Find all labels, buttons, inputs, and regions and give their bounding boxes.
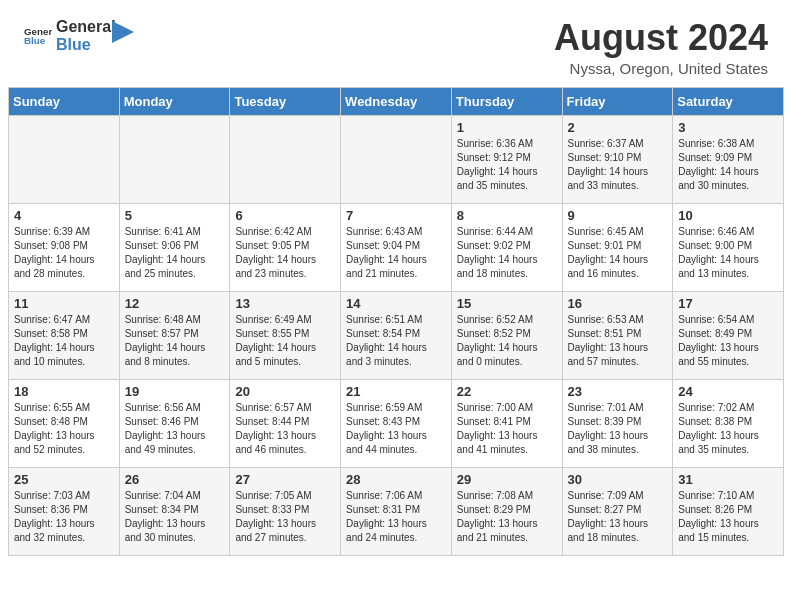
day-number: 12 — [125, 296, 225, 311]
day-info: Sunrise: 6:46 AM Sunset: 9:00 PM Dayligh… — [678, 226, 759, 279]
day-info: Sunrise: 6:52 AM Sunset: 8:52 PM Dayligh… — [457, 314, 538, 367]
calendar-day-header: Sunday — [9, 87, 120, 115]
day-info: Sunrise: 7:02 AM Sunset: 8:38 PM Dayligh… — [678, 402, 759, 455]
table-row: 17Sunrise: 6:54 AM Sunset: 8:49 PM Dayli… — [673, 291, 784, 379]
table-row: 28Sunrise: 7:06 AM Sunset: 8:31 PM Dayli… — [341, 467, 452, 555]
day-info: Sunrise: 7:04 AM Sunset: 8:34 PM Dayligh… — [125, 490, 206, 543]
day-number: 2 — [568, 120, 668, 135]
day-number: 20 — [235, 384, 335, 399]
day-info: Sunrise: 6:37 AM Sunset: 9:10 PM Dayligh… — [568, 138, 649, 191]
day-number: 30 — [568, 472, 668, 487]
day-info: Sunrise: 6:57 AM Sunset: 8:44 PM Dayligh… — [235, 402, 316, 455]
logo-icon: General Blue — [24, 22, 52, 50]
day-number: 27 — [235, 472, 335, 487]
table-row: 15Sunrise: 6:52 AM Sunset: 8:52 PM Dayli… — [451, 291, 562, 379]
table-row: 5Sunrise: 6:41 AM Sunset: 9:06 PM Daylig… — [119, 203, 230, 291]
day-info: Sunrise: 7:00 AM Sunset: 8:41 PM Dayligh… — [457, 402, 538, 455]
day-number: 6 — [235, 208, 335, 223]
calendar-body: 1Sunrise: 6:36 AM Sunset: 9:12 PM Daylig… — [9, 115, 784, 555]
day-number: 15 — [457, 296, 557, 311]
day-number: 29 — [457, 472, 557, 487]
day-info: Sunrise: 6:38 AM Sunset: 9:09 PM Dayligh… — [678, 138, 759, 191]
table-row: 31Sunrise: 7:10 AM Sunset: 8:26 PM Dayli… — [673, 467, 784, 555]
logo-line2: Blue — [56, 36, 116, 54]
title-block: August 2024 Nyssa, Oregon, United States — [554, 18, 768, 77]
table-row: 9Sunrise: 6:45 AM Sunset: 9:01 PM Daylig… — [562, 203, 673, 291]
calendar-header-row: SundayMondayTuesdayWednesdayThursdayFrid… — [9, 87, 784, 115]
calendar-week-row: 18Sunrise: 6:55 AM Sunset: 8:48 PM Dayli… — [9, 379, 784, 467]
day-info: Sunrise: 7:06 AM Sunset: 8:31 PM Dayligh… — [346, 490, 427, 543]
day-info: Sunrise: 6:45 AM Sunset: 9:01 PM Dayligh… — [568, 226, 649, 279]
table-row: 3Sunrise: 6:38 AM Sunset: 9:09 PM Daylig… — [673, 115, 784, 203]
logo-arrow-icon — [112, 21, 134, 43]
day-number: 3 — [678, 120, 778, 135]
day-number: 18 — [14, 384, 114, 399]
location-subtitle: Nyssa, Oregon, United States — [554, 60, 768, 77]
table-row: 16Sunrise: 6:53 AM Sunset: 8:51 PM Dayli… — [562, 291, 673, 379]
table-row: 22Sunrise: 7:00 AM Sunset: 8:41 PM Dayli… — [451, 379, 562, 467]
calendar-day-header: Tuesday — [230, 87, 341, 115]
day-info: Sunrise: 6:56 AM Sunset: 8:46 PM Dayligh… — [125, 402, 206, 455]
day-number: 21 — [346, 384, 446, 399]
svg-text:Blue: Blue — [24, 36, 46, 47]
table-row: 7Sunrise: 6:43 AM Sunset: 9:04 PM Daylig… — [341, 203, 452, 291]
day-number: 17 — [678, 296, 778, 311]
day-info: Sunrise: 6:49 AM Sunset: 8:55 PM Dayligh… — [235, 314, 316, 367]
table-row: 23Sunrise: 7:01 AM Sunset: 8:39 PM Dayli… — [562, 379, 673, 467]
table-row — [119, 115, 230, 203]
day-number: 24 — [678, 384, 778, 399]
day-info: Sunrise: 7:01 AM Sunset: 8:39 PM Dayligh… — [568, 402, 649, 455]
calendar-week-row: 11Sunrise: 6:47 AM Sunset: 8:58 PM Dayli… — [9, 291, 784, 379]
calendar-wrapper: SundayMondayTuesdayWednesdayThursdayFrid… — [0, 87, 792, 568]
day-number: 8 — [457, 208, 557, 223]
day-info: Sunrise: 6:42 AM Sunset: 9:05 PM Dayligh… — [235, 226, 316, 279]
day-info: Sunrise: 7:08 AM Sunset: 8:29 PM Dayligh… — [457, 490, 538, 543]
day-number: 13 — [235, 296, 335, 311]
calendar-week-row: 1Sunrise: 6:36 AM Sunset: 9:12 PM Daylig… — [9, 115, 784, 203]
day-number: 7 — [346, 208, 446, 223]
day-info: Sunrise: 6:51 AM Sunset: 8:54 PM Dayligh… — [346, 314, 427, 367]
table-row: 27Sunrise: 7:05 AM Sunset: 8:33 PM Dayli… — [230, 467, 341, 555]
table-row — [230, 115, 341, 203]
day-info: Sunrise: 6:36 AM Sunset: 9:12 PM Dayligh… — [457, 138, 538, 191]
table-row: 18Sunrise: 6:55 AM Sunset: 8:48 PM Dayli… — [9, 379, 120, 467]
day-number: 22 — [457, 384, 557, 399]
day-info: Sunrise: 6:47 AM Sunset: 8:58 PM Dayligh… — [14, 314, 95, 367]
calendar-table: SundayMondayTuesdayWednesdayThursdayFrid… — [8, 87, 784, 556]
logo-line1: General — [56, 18, 116, 36]
day-info: Sunrise: 6:41 AM Sunset: 9:06 PM Dayligh… — [125, 226, 206, 279]
table-row: 13Sunrise: 6:49 AM Sunset: 8:55 PM Dayli… — [230, 291, 341, 379]
table-row: 8Sunrise: 6:44 AM Sunset: 9:02 PM Daylig… — [451, 203, 562, 291]
calendar-day-header: Friday — [562, 87, 673, 115]
calendar-day-header: Wednesday — [341, 87, 452, 115]
svg-marker-3 — [112, 21, 134, 43]
table-row: 20Sunrise: 6:57 AM Sunset: 8:44 PM Dayli… — [230, 379, 341, 467]
table-row: 29Sunrise: 7:08 AM Sunset: 8:29 PM Dayli… — [451, 467, 562, 555]
calendar-day-header: Saturday — [673, 87, 784, 115]
calendar-header: SundayMondayTuesdayWednesdayThursdayFrid… — [9, 87, 784, 115]
calendar-week-row: 25Sunrise: 7:03 AM Sunset: 8:36 PM Dayli… — [9, 467, 784, 555]
day-info: Sunrise: 7:03 AM Sunset: 8:36 PM Dayligh… — [14, 490, 95, 543]
page-header: General Blue General Blue August 2024 Ny… — [0, 0, 792, 87]
day-info: Sunrise: 6:55 AM Sunset: 8:48 PM Dayligh… — [14, 402, 95, 455]
table-row: 26Sunrise: 7:04 AM Sunset: 8:34 PM Dayli… — [119, 467, 230, 555]
table-row — [9, 115, 120, 203]
day-info: Sunrise: 7:09 AM Sunset: 8:27 PM Dayligh… — [568, 490, 649, 543]
day-info: Sunrise: 7:05 AM Sunset: 8:33 PM Dayligh… — [235, 490, 316, 543]
table-row: 6Sunrise: 6:42 AM Sunset: 9:05 PM Daylig… — [230, 203, 341, 291]
table-row: 2Sunrise: 6:37 AM Sunset: 9:10 PM Daylig… — [562, 115, 673, 203]
calendar-day-header: Thursday — [451, 87, 562, 115]
table-row: 12Sunrise: 6:48 AM Sunset: 8:57 PM Dayli… — [119, 291, 230, 379]
day-number: 26 — [125, 472, 225, 487]
table-row — [341, 115, 452, 203]
day-number: 4 — [14, 208, 114, 223]
table-row: 25Sunrise: 7:03 AM Sunset: 8:36 PM Dayli… — [9, 467, 120, 555]
table-row: 14Sunrise: 6:51 AM Sunset: 8:54 PM Dayli… — [341, 291, 452, 379]
day-info: Sunrise: 6:59 AM Sunset: 8:43 PM Dayligh… — [346, 402, 427, 455]
day-info: Sunrise: 7:10 AM Sunset: 8:26 PM Dayligh… — [678, 490, 759, 543]
day-number: 10 — [678, 208, 778, 223]
day-info: Sunrise: 6:48 AM Sunset: 8:57 PM Dayligh… — [125, 314, 206, 367]
table-row: 24Sunrise: 7:02 AM Sunset: 8:38 PM Dayli… — [673, 379, 784, 467]
day-number: 1 — [457, 120, 557, 135]
logo: General Blue General Blue — [24, 18, 134, 55]
